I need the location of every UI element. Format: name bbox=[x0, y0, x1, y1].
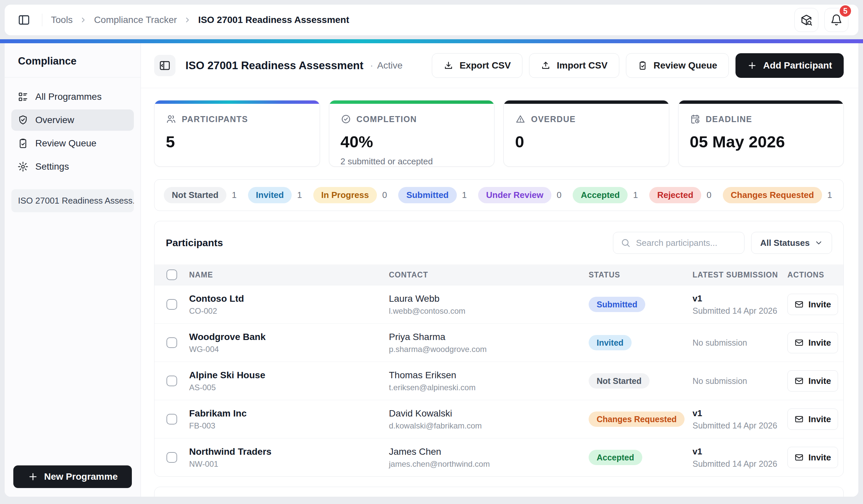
breadcrumb-compliance-tracker[interactable]: Compliance Tracker bbox=[94, 15, 177, 25]
mail-icon bbox=[795, 414, 804, 424]
participants-title: Participants bbox=[166, 237, 223, 248]
row-checkbox[interactable] bbox=[166, 414, 177, 425]
status-summary-changes-requested: Changes Requested 1 bbox=[723, 187, 832, 203]
invite-label: Invite bbox=[809, 452, 831, 463]
invite-button[interactable]: Invite bbox=[787, 409, 838, 430]
search-participants-box bbox=[613, 232, 745, 254]
contact-email: l.webb@contoso.com bbox=[389, 306, 589, 316]
contact-email: d.kowalski@fabrikam.com bbox=[389, 421, 589, 430]
collapse-panel-button[interactable] bbox=[154, 55, 175, 76]
invite-button[interactable]: Invite bbox=[787, 332, 838, 353]
contact-name: Laura Webb bbox=[389, 294, 589, 304]
sidebar-item-all-programmes[interactable]: All Programmes bbox=[11, 86, 134, 107]
review-queue-button[interactable]: Review Queue bbox=[626, 53, 729, 78]
notifications-button[interactable]: 5 bbox=[824, 8, 848, 32]
status-badge: Not Started bbox=[589, 373, 650, 389]
sidebar-toggle-icon bbox=[17, 13, 30, 27]
stat-label: PARTICIPANTS bbox=[182, 114, 248, 124]
import-csv-button[interactable]: Import CSV bbox=[529, 53, 619, 78]
stat-value: 05 May 2026 bbox=[690, 132, 833, 151]
plus-icon bbox=[28, 471, 38, 482]
status-badge: Invited bbox=[589, 335, 631, 350]
status-separator: · bbox=[370, 60, 373, 71]
row-checkbox[interactable] bbox=[166, 337, 177, 348]
shield-check-icon bbox=[17, 114, 29, 126]
participant-name: Northwind Traders bbox=[189, 447, 389, 457]
sidebar-nav: All Programmes Overview Review Queue Set… bbox=[5, 78, 140, 179]
submission-date: Submitted 14 Apr 2026 bbox=[692, 459, 787, 469]
mail-icon bbox=[795, 300, 804, 309]
clipboard-check-icon bbox=[638, 61, 648, 70]
submission-date: Submitted 14 Apr 2026 bbox=[692, 421, 787, 430]
accent-gradient-bar bbox=[0, 39, 863, 43]
new-programme-button[interactable]: New Programme bbox=[13, 465, 132, 488]
export-csv-button[interactable]: Export CSV bbox=[432, 53, 522, 78]
app-body: Compliance All Programmes Overview Revie… bbox=[5, 43, 858, 497]
contact-name: James Chen bbox=[389, 447, 589, 457]
users-icon bbox=[166, 114, 176, 125]
sidebar-item-review-queue[interactable]: Review Queue bbox=[11, 133, 134, 154]
invite-button[interactable]: Invite bbox=[787, 370, 838, 391]
status-count: 0 bbox=[706, 190, 711, 200]
stat-value: 5 bbox=[166, 132, 308, 151]
add-participant-button[interactable]: Add Participant bbox=[736, 53, 844, 78]
status-pill: Submitted bbox=[398, 187, 456, 203]
stat-value: 40% bbox=[341, 132, 483, 151]
stat-card-participants: PARTICIPANTS 5 bbox=[154, 100, 320, 167]
status-summary-not-started: Not Started 1 bbox=[164, 187, 237, 203]
sidebar-toggle-button[interactable] bbox=[15, 11, 33, 29]
row-checkbox[interactable] bbox=[166, 376, 177, 386]
upload-icon bbox=[541, 61, 551, 70]
card-accent-bar bbox=[154, 101, 320, 104]
table-row: Contoso Ltd CO-002 Laura Webb l.webb@con… bbox=[154, 285, 843, 323]
status-count: 1 bbox=[232, 190, 236, 200]
status-count: 0 bbox=[557, 190, 561, 200]
status-pill: Changes Requested bbox=[723, 187, 822, 203]
status-summary-in-progress: In Progress 0 bbox=[313, 187, 387, 203]
search-icon bbox=[621, 238, 630, 248]
status-count: 1 bbox=[827, 190, 832, 200]
invite-label: Invite bbox=[809, 338, 831, 348]
row-checkbox[interactable] bbox=[166, 452, 177, 463]
table-row: Woodgrove Bank WG-004 Priya Sharma p.sha… bbox=[154, 323, 843, 362]
status-count: 0 bbox=[382, 190, 387, 200]
participant-name: Contoso Ltd bbox=[189, 294, 389, 304]
invite-button[interactable]: Invite bbox=[787, 447, 838, 468]
mail-icon bbox=[795, 338, 804, 347]
status-pill: Accepted bbox=[573, 187, 628, 203]
breadcrumb-current-page: ISO 27001 Readiness Assessment bbox=[198, 15, 349, 25]
status-count: 1 bbox=[633, 190, 638, 200]
stat-label: COMPLETION bbox=[357, 114, 417, 124]
status-filter-dropdown[interactable]: All Statuses bbox=[751, 232, 832, 254]
contact-email: james.chen@northwind.com bbox=[389, 460, 589, 469]
mail-icon bbox=[795, 376, 804, 386]
column-header-contact: CONTACT bbox=[389, 270, 589, 280]
search-participants-input[interactable] bbox=[636, 238, 748, 248]
card-accent-bar bbox=[329, 101, 495, 104]
package-search-icon bbox=[800, 14, 813, 26]
participants-panel: Participants All Statuses bbox=[154, 221, 844, 477]
column-header-name: NAME bbox=[189, 270, 389, 280]
submission-date: Submitted 14 Apr 2026 bbox=[692, 306, 787, 316]
status-count: 1 bbox=[462, 190, 467, 200]
status-pill: Invited bbox=[248, 187, 292, 203]
review-queue-label: Review Queue bbox=[653, 60, 717, 71]
sidebar-item-label: Settings bbox=[35, 161, 69, 172]
select-all-checkbox[interactable] bbox=[166, 270, 177, 280]
check-circle-icon bbox=[341, 114, 351, 125]
stat-subtext: 2 submitted or accepted bbox=[341, 156, 483, 167]
sidebar-item-settings[interactable]: Settings bbox=[11, 156, 134, 177]
sidebar-item-overview[interactable]: Overview bbox=[11, 109, 134, 131]
notification-count-badge: 5 bbox=[839, 4, 852, 18]
row-checkbox[interactable] bbox=[166, 299, 177, 310]
status-pill: Under Review bbox=[478, 187, 551, 203]
participant-code: WG-004 bbox=[189, 345, 389, 354]
table-header-row: NAME CONTACT STATUS LATEST SUBMISSION AC… bbox=[154, 264, 843, 285]
stat-label: OVERDUE bbox=[531, 114, 576, 124]
package-search-button[interactable] bbox=[795, 8, 818, 32]
sidebar-programme-item[interactable]: ISO 27001 Readiness Assess... bbox=[11, 189, 134, 212]
breadcrumb-tools[interactable]: Tools bbox=[51, 15, 73, 25]
participant-code: CO-002 bbox=[189, 306, 389, 316]
sidebar: Compliance All Programmes Overview Revie… bbox=[5, 43, 141, 497]
invite-button[interactable]: Invite bbox=[787, 294, 838, 315]
